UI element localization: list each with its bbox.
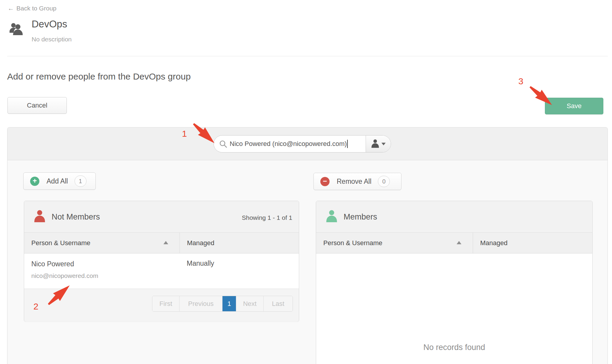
group-description: No description bbox=[32, 36, 72, 43]
column-label: Person & Username bbox=[31, 239, 90, 247]
not-members-title: Not Members bbox=[52, 212, 100, 222]
person-icon bbox=[371, 139, 379, 149]
search-type-dropdown[interactable] bbox=[366, 136, 391, 152]
group-name: DevOps bbox=[32, 18, 67, 30]
column-label: Person & Username bbox=[323, 239, 382, 247]
not-member-person-icon bbox=[34, 210, 45, 223]
column-label: Managed bbox=[480, 239, 508, 247]
back-arrow-icon: ← bbox=[8, 5, 14, 12]
pagination: First Previous 1 Next Last bbox=[152, 296, 293, 312]
annotation-step-3: 3 bbox=[518, 76, 523, 86]
text-caret bbox=[347, 140, 348, 148]
column-header-managed[interactable]: Managed bbox=[473, 233, 592, 253]
annotation-step-2: 2 bbox=[33, 301, 38, 312]
not-members-showing-count: Showing 1 - 1 of 1 bbox=[242, 214, 292, 221]
cancel-button[interactable]: Cancel bbox=[7, 97, 67, 114]
column-label: Managed bbox=[187, 239, 214, 247]
back-to-group-link[interactable]: ← Back to Group bbox=[8, 5, 56, 12]
not-members-panel: Not Members Showing 1 - 1 of 1 Person & … bbox=[24, 201, 299, 322]
not-members-header: Not Members Showing 1 - 1 of 1 bbox=[24, 201, 299, 233]
person-name: Nico Powered bbox=[31, 260, 180, 268]
sort-ascending-icon bbox=[457, 241, 461, 244]
search-input[interactable]: Nico Powered (nico@nicopowered.com) bbox=[230, 136, 366, 152]
remove-all-button[interactable]: − Remove All 0 bbox=[313, 173, 401, 190]
chevron-down-icon bbox=[381, 143, 386, 145]
sort-ascending-icon bbox=[163, 241, 168, 244]
members-title: Members bbox=[344, 212, 377, 222]
page-title: Add or remove people from the DevOps gro… bbox=[7, 71, 191, 82]
people-search: Nico Powered (nico@nicopowered.com) bbox=[214, 135, 391, 153]
column-header-person-username[interactable]: Person & Username bbox=[316, 233, 473, 253]
members-header: Members bbox=[316, 201, 592, 233]
search-strip: Nico Powered (nico@nicopowered.com) bbox=[7, 127, 608, 160]
person-cell: Nico Powered nico@nicopowered.com bbox=[24, 253, 180, 289]
pagination-previous[interactable]: Previous bbox=[179, 296, 222, 311]
group-people-editor-page: ← Back to Group DevOps No description Ad… bbox=[0, 0, 612, 364]
column-header-managed[interactable]: Managed bbox=[180, 233, 299, 253]
pagination-last[interactable]: Last bbox=[263, 296, 293, 311]
managed-cell: Manually bbox=[180, 253, 299, 289]
members-table-header: Person & Username Managed bbox=[316, 233, 592, 253]
not-members-table-header: Person & Username Managed bbox=[24, 233, 299, 253]
remove-all-label: Remove All bbox=[337, 178, 371, 186]
add-all-button[interactable]: + Add All 1 bbox=[23, 172, 96, 190]
add-all-count-badge: 1 bbox=[75, 175, 86, 187]
person-username: nico@nicopowered.com bbox=[31, 272, 180, 279]
members-panel: Members Person & Username Managed No rec… bbox=[316, 201, 593, 364]
header-divider bbox=[7, 56, 608, 56]
plus-icon: + bbox=[30, 177, 39, 186]
pagination-next[interactable]: Next bbox=[236, 296, 263, 311]
back-link-label: Back to Group bbox=[16, 5, 56, 12]
group-icon bbox=[10, 22, 23, 36]
members-empty-body: No records found bbox=[316, 253, 592, 364]
search-input-value: Nico Powered (nico@nicopowered.com) bbox=[230, 140, 347, 148]
no-records-message: No records found bbox=[316, 343, 592, 352]
minus-icon: − bbox=[320, 177, 330, 186]
pagination-first[interactable]: First bbox=[152, 296, 179, 311]
annotation-step-1: 1 bbox=[182, 129, 187, 139]
pagination-page-1[interactable]: 1 bbox=[222, 296, 236, 311]
column-header-person-username[interactable]: Person & Username bbox=[24, 233, 180, 253]
remove-all-count-badge: 0 bbox=[378, 176, 390, 187]
member-picker-container: Nico Powered (nico@nicopowered.com) + bbox=[7, 127, 608, 364]
member-person-icon bbox=[326, 210, 337, 223]
add-all-label: Add All bbox=[47, 177, 68, 185]
